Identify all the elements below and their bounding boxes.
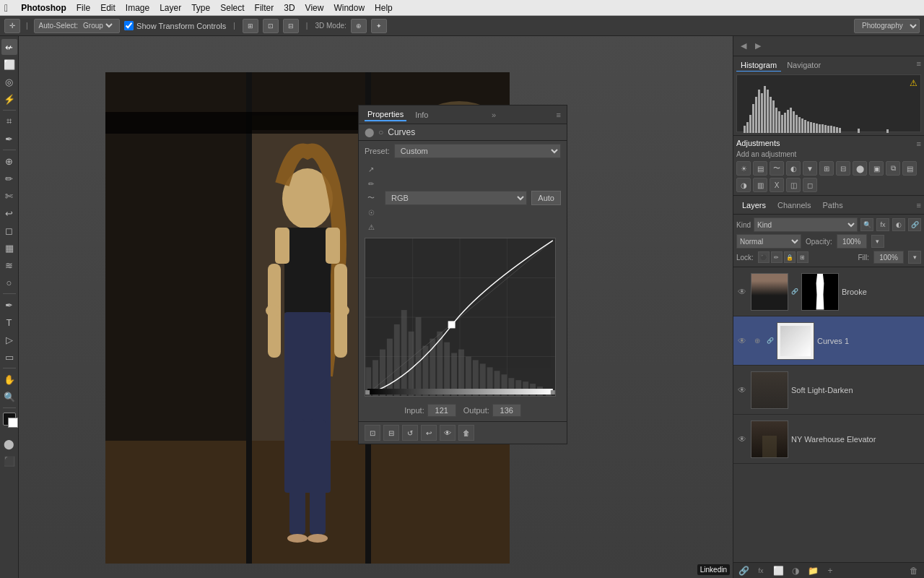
3d-mode-btn-1[interactable]: ⊕ [351,19,367,33]
show-transform-checkbox[interactable] [124,21,134,30]
menu-file[interactable]: File [77,3,90,13]
trash-btn[interactable]: 🗑 [458,425,474,441]
crop-tool[interactable]: ⌗ [1,113,17,129]
layers-link-btn[interactable]: 🔗 [736,565,751,577]
colorlookup-adj-btn[interactable]: ▤ [902,161,917,176]
eraser-tool[interactable]: ◻ [1,223,17,238]
vibrance-adj-btn[interactable]: ▼ [803,161,817,176]
layer-adj-icon[interactable]: ◐ [892,218,905,231]
quick-mask-mode[interactable]: ⬤ [1,436,17,452]
pencil-tool-btn[interactable]: ✏ [365,177,378,190]
lock-position-btn[interactable]: ✏ [771,251,783,263]
menu-help[interactable]: Help [375,3,393,13]
properties-expand-btn[interactable]: » [492,111,496,119]
curves1-chain-icon[interactable]: 🔗 [767,337,774,345]
menu-filter[interactable]: Filter [255,3,274,13]
fill-input[interactable] [873,251,904,264]
quick-select-tool[interactable]: ⚡ [1,91,17,107]
adjustments-options-btn[interactable]: ≡ [917,139,921,148]
visibility-btn[interactable]: 👁 [440,425,456,441]
hand-tool[interactable]: ✋ [1,371,17,387]
info-tab[interactable]: Info [412,109,431,121]
histogram-tab[interactable]: Histogram [736,59,781,72]
preset-dropdown[interactable]: Custom Default Darker Lighter [394,144,561,158]
layers-fx-btn[interactable]: fx [754,565,768,577]
history-brush-tool[interactable]: ↩ [1,205,17,221]
threshold-adj-btn[interactable]: X [770,178,784,192]
delete-btn[interactable]: ↩ [421,425,437,441]
screen-mode[interactable]: ⬛ [1,453,17,469]
curves1-visibility-eye[interactable]: 👁 [736,335,748,347]
layer-item-softlight[interactable]: 👁 Soft Light-Darken [733,366,924,415]
auto-select-dropdown[interactable]: Group Layer [80,21,115,30]
opacity-options-btn[interactable]: ▾ [871,235,884,248]
menu-edit[interactable]: Edit [100,3,116,13]
path-select-tool[interactable]: ▷ [1,332,17,348]
brooke-chain-icon[interactable]: 🔗 [791,288,798,296]
panel-expand-btn[interactable]: ▶ [751,39,765,53]
3d-mode-btn-2[interactable]: ✦ [371,19,387,33]
layer-fx-icon[interactable]: fx [876,218,889,231]
gradient-tool[interactable]: ▦ [1,240,17,256]
posterize-adj-btn[interactable]: ▥ [753,178,767,192]
blur-tool[interactable]: ≋ [1,257,17,273]
colorbal-adj-btn[interactable]: ⊟ [836,161,850,176]
input-value[interactable] [427,404,456,417]
menu-3d[interactable]: 3D [284,3,295,13]
layer-link-icon[interactable]: 🔗 [908,218,921,231]
info-btn[interactable]: ⚠ [365,220,378,233]
auto-select-control[interactable]: Auto-Select: Group Layer [34,19,120,33]
layers-mask-btn[interactable]: ⬜ [771,565,785,577]
fill-options-btn[interactable]: ▾ [908,251,921,264]
layers-tab[interactable]: Layers [736,199,772,211]
channel-dropdown[interactable]: RGB Red Green Blue [385,191,527,205]
levels-adj-btn[interactable]: ▤ [753,161,767,176]
layers-adj-btn[interactable]: ◑ [788,565,803,577]
bw-adj-btn[interactable]: ⬤ [853,161,867,176]
menu-window[interactable]: Window [334,3,365,13]
menu-image[interactable]: Image [126,3,149,13]
point-tool-btn[interactable]: ↗ [365,163,378,176]
transform-btn-2[interactable]: ⊡ [263,19,279,33]
layer-item-brooke[interactable]: 👁 🔗 Brooke [733,267,924,316]
properties-tab[interactable]: Properties [365,108,406,121]
transform-btn-3[interactable]: ⊟ [283,19,299,33]
pen-tool[interactable]: ✒ [1,297,17,313]
layers-new-btn[interactable]: + [823,565,837,577]
lock-artboard-btn[interactable]: ⊞ [797,251,808,263]
layer-kind-select[interactable]: Kind [754,217,858,232]
paths-tab[interactable]: Paths [817,199,849,211]
text-tool[interactable]: T [1,314,17,330]
marquee-tool[interactable]: ⬜ [1,56,17,72]
curves-graph[interactable] [365,238,556,397]
gradientmap-adj-btn[interactable]: ◫ [786,178,801,192]
lock-pixels-btn[interactable]: ⚫ [758,251,770,263]
hand-adj-btn[interactable]: ☉ [365,206,378,219]
menu-select[interactable]: Select [220,3,244,13]
clipping-mask-btn[interactable]: ⊟ [383,425,399,441]
hsl-adj-btn[interactable]: ⊞ [819,161,834,176]
show-transform-controls[interactable]: Show Transform Controls [124,21,226,30]
zoom-tool[interactable]: 🔍 [1,389,17,405]
layers-delete-btn[interactable]: 🗑 [907,565,921,577]
menu-layer[interactable]: Layer [160,3,181,13]
move-tool-btn[interactable]: ✛ [4,19,20,33]
clone-tool[interactable]: ✄ [1,188,17,204]
workspace-selector[interactable]: Photography Essentials [854,19,920,33]
layer-item-warehouse[interactable]: 👁 NY Warehouse Elevator [733,415,924,464]
clip-btn[interactable]: ⊡ [365,425,380,441]
blend-mode-select[interactable]: Normal Multiply Screen Overlay Soft Ligh… [736,234,801,249]
shape-tool[interactable]: ▭ [1,349,17,365]
reset-btn[interactable]: ↺ [402,425,418,441]
move-tool[interactable]: ↚ [1,39,17,55]
auto-button[interactable]: Auto [531,191,561,205]
selectcolor-adj-btn[interactable]: ◻ [803,178,817,192]
panel-arrow-btn[interactable]: ◀ [736,39,751,53]
exposure-adj-btn[interactable]: ◐ [786,161,801,176]
transform-btn-1[interactable]: ⊞ [243,19,258,33]
layers-group-btn[interactable]: 📁 [806,565,820,577]
output-value[interactable] [492,404,521,417]
softlight-visibility-eye[interactable]: 👁 [736,384,748,396]
layer-item-curves1[interactable]: 👁 ⊕ 🔗 Curves 1 [733,316,924,366]
smooth-btn[interactable]: 〜 [365,191,378,204]
